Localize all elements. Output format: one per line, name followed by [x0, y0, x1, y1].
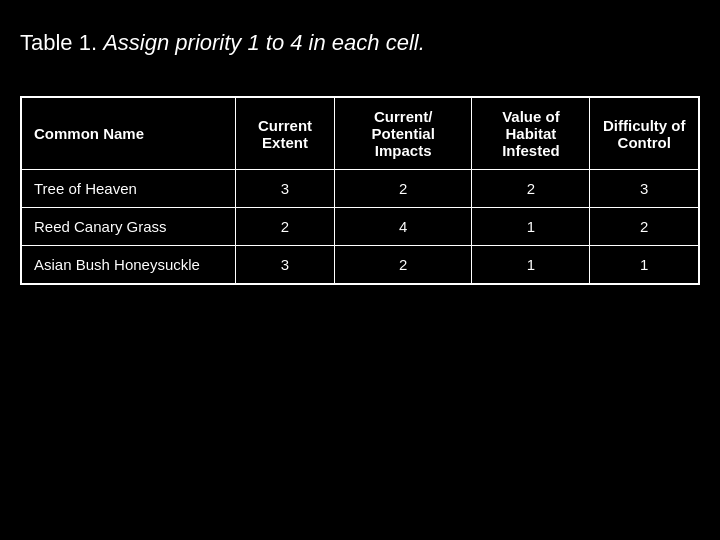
- priority-table: Common Name Current Extent Current/ Pote…: [20, 96, 700, 285]
- table-wrapper: Common Name Current Extent Current/ Pote…: [20, 96, 700, 285]
- cell-habitat: 1: [472, 246, 590, 285]
- header-difficulty: Difficulty of Control: [590, 97, 699, 170]
- cell-extent: 2: [236, 208, 335, 246]
- header-row: Common Name Current Extent Current/ Pote…: [21, 97, 699, 170]
- cell-name: Asian Bush Honeysuckle: [21, 246, 236, 285]
- cell-potential: 4: [334, 208, 471, 246]
- page-title: Table 1. Assign priority 1 to 4 in each …: [20, 30, 700, 56]
- header-common-name: Common Name: [21, 97, 236, 170]
- cell-habitat: 2: [472, 170, 590, 208]
- title-prefix: Table 1.: [20, 30, 103, 55]
- header-value-habitat: Value of Habitat Infested: [472, 97, 590, 170]
- cell-habitat: 1: [472, 208, 590, 246]
- table-row: Tree of Heaven3223: [21, 170, 699, 208]
- cell-name: Tree of Heaven: [21, 170, 236, 208]
- title-italic: Assign priority 1 to 4 in each cell.: [103, 30, 425, 55]
- header-current-extent: Current Extent: [236, 97, 335, 170]
- page-container: Table 1. Assign priority 1 to 4 in each …: [0, 0, 720, 540]
- header-current-potential: Current/ Potential Impacts: [334, 97, 471, 170]
- cell-difficulty: 1: [590, 246, 699, 285]
- cell-potential: 2: [334, 170, 471, 208]
- cell-potential: 2: [334, 246, 471, 285]
- cell-name: Reed Canary Grass: [21, 208, 236, 246]
- cell-extent: 3: [236, 170, 335, 208]
- table-row: Reed Canary Grass2412: [21, 208, 699, 246]
- cell-difficulty: 2: [590, 208, 699, 246]
- cell-extent: 3: [236, 246, 335, 285]
- table-row: Asian Bush Honeysuckle3211: [21, 246, 699, 285]
- cell-difficulty: 3: [590, 170, 699, 208]
